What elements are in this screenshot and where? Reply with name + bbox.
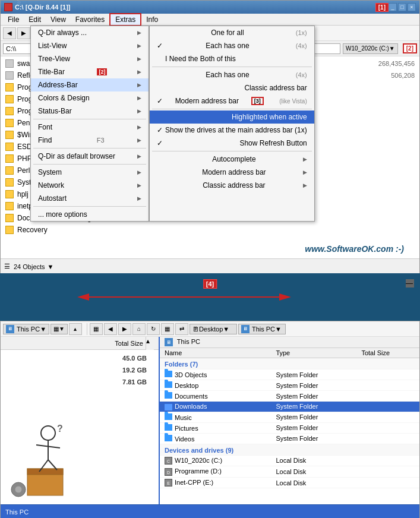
folder-name: hplj (17, 190, 29, 198)
col-header-name[interactable]: 🖥 This PC (160, 337, 271, 348)
submenu-classic-addr-2[interactable]: Classic address bar (150, 179, 314, 192)
menu-font[interactable]: Font (31, 121, 149, 134)
arrows-diagram (65, 285, 362, 315)
menu-file[interactable]: File (3, 14, 24, 25)
forward-button[interactable]: ▶ (17, 27, 30, 39)
window-title: C:\ [Q-Dir 8.44 [1]] (15, 4, 373, 11)
table-row-downloads[interactable]: Downloads System Folder (160, 402, 419, 412)
maximize-button[interactable]: □ (398, 3, 406, 11)
submenu-modern-addr-2[interactable]: Modern address bar (150, 166, 314, 179)
menu-qdir-default[interactable]: Q-Dir as default browser (31, 150, 149, 163)
brand-watermark-top: www.SoftwareOK.com :-) (301, 243, 408, 255)
total-size-header: Total Size (115, 340, 143, 347)
menu-extras[interactable]: Extras (109, 13, 141, 26)
menu-edit[interactable]: Edit (24, 14, 46, 25)
file-type-desktop: System Folder (271, 380, 356, 391)
left-pane-addr[interactable]: 🖥 This PC ▼ (3, 324, 49, 334)
col-header-size[interactable] (356, 337, 419, 348)
left-scroll-up[interactable]: ▴ (146, 337, 154, 350)
file-size-documents (356, 391, 419, 402)
file-size-e (356, 477, 419, 488)
table-row-desktop[interactable]: Desktop System Folder (160, 380, 419, 391)
right-toolbar-home[interactable]: ⌂ (132, 323, 146, 335)
col-header-type[interactable] (271, 337, 356, 348)
right-toolbar-sync[interactable]: ⇄ (175, 323, 188, 335)
right-toolbar-view[interactable]: ▦ (161, 323, 174, 335)
table-row-c[interactable]: CW10_2020c (C:) Local Disk (160, 455, 419, 466)
menu-autostart[interactable]: Autostart (31, 192, 149, 205)
right-toolbar-btn1[interactable]: ▦ (90, 323, 103, 335)
right-toolbar-refresh[interactable]: ↻ (147, 323, 160, 335)
separator-1 (33, 119, 146, 119)
table-row-documents[interactable]: Documents System Folder (160, 391, 419, 402)
submenu-modern-address[interactable]: ✓ Modern address bar [3] (like Vista) (150, 94, 314, 108)
file-name-desktop: Desktop (160, 380, 271, 391)
right-addr-thispc[interactable]: 🖥 This PC ▼ (238, 324, 286, 334)
dropdown-overlay: Q-Dir always ... List-View Tree-View Tit… (30, 26, 315, 222)
bottom-status-bar: This PC (1, 504, 419, 518)
menu-qdir-always[interactable]: Q-Dir always ... (31, 26, 149, 39)
submenu-show-drives[interactable]: ✓ Show the drives at the main address ba… (150, 124, 314, 137)
col-size-label[interactable]: Total Size (356, 348, 419, 358)
submenu-one-for-all[interactable]: One for all (1x) (150, 26, 314, 39)
file-type-3d: System Folder (271, 369, 356, 380)
submenu-each-has-one-4x[interactable]: ✓ Each has one (4x) (150, 39, 314, 52)
menu-status-bar[interactable]: Status-Bar (31, 105, 149, 118)
size-entry-2: 19.2 GB (122, 367, 147, 374)
folder-icon (5, 190, 14, 198)
file-size-desktop (356, 380, 419, 391)
minimize-button[interactable]: _ (389, 3, 397, 11)
folder-icon (5, 214, 14, 222)
folder-name: ESD (17, 143, 32, 151)
menu-colors-design[interactable]: Colors & Design (31, 91, 149, 105)
menu-view[interactable]: View (46, 14, 71, 25)
file-name-pictures: Pictures (160, 422, 271, 433)
submenu-autocomplete[interactable]: Autocomplete (150, 153, 314, 166)
menu-tree-view[interactable]: Tree-View (31, 52, 149, 65)
file-size-music (356, 412, 419, 422)
table-row-d[interactable]: DProgramme (D:) Local Disk (160, 466, 419, 478)
menu-info[interactable]: Info (141, 14, 163, 25)
submenu-show-refresh[interactable]: ✓ Show Refresh Button (150, 137, 314, 150)
file-type-documents: System Folder (271, 391, 356, 402)
left-pane-scroll-up[interactable]: ▴ (69, 323, 82, 335)
table-row-videos[interactable]: Videos System Folder (160, 433, 419, 444)
svg-marker-1 (77, 293, 89, 301)
right-pane-content[interactable]: 🖥 This PC Name Type Total Size (160, 337, 419, 504)
submenu-highlighted-active[interactable]: Highlighted when active (150, 110, 314, 124)
col-type-label[interactable]: Type (271, 348, 356, 358)
submenu-need-both[interactable]: I Need the Both of this (150, 52, 242, 65)
minimize-btn-bottom[interactable]: — (406, 279, 414, 288)
table-row-3d[interactable]: 3D Objects System Folder (160, 369, 419, 380)
menu-find[interactable]: Find F3 (31, 134, 149, 147)
col-name-label[interactable]: Name (160, 348, 271, 358)
size-entry-1: 45.0 GB (122, 355, 147, 362)
folder-icon (5, 119, 14, 127)
menu-system[interactable]: System (31, 166, 149, 179)
back-button[interactable]: ◀ (3, 27, 16, 39)
left-pane-header-row: Total Size ▴ (1, 337, 159, 350)
right-toolbar-fwd[interactable]: ▶ (118, 323, 131, 335)
right-addr-desktop[interactable]: 🖹 Desktop ▼ (190, 324, 237, 334)
address-dropdown[interactable]: W10_2020c (C:)▼ (343, 43, 398, 54)
right-toolbar-back[interactable]: ◀ (104, 323, 117, 335)
table-row-music[interactable]: Music System Folder (160, 412, 419, 422)
file-name-documents: Documents (160, 391, 271, 402)
menu-favorites[interactable]: Favorites (71, 14, 109, 25)
table-row-e[interactable]: EInet-CPP (E:) Local Disk (160, 477, 419, 488)
status-dropdown[interactable]: ▼ (48, 263, 54, 270)
menu-more-options[interactable]: ... more options (31, 208, 149, 221)
left-pane-view-btn[interactable]: ▦▼ (50, 324, 68, 334)
close-button[interactable]: × (408, 3, 416, 11)
table-row-pictures[interactable]: Pictures System Folder (160, 422, 419, 433)
this-pc-icon-left: 🖥 (6, 325, 14, 333)
submenu-classic-address[interactable]: Classic address bar (150, 81, 314, 94)
submenu-each-has-one-2[interactable]: Each has one (4x) (150, 68, 314, 81)
menu-list-view[interactable]: List-View (31, 39, 149, 52)
menu-network[interactable]: Network (31, 179, 149, 192)
file-item-recovery[interactable]: Recovery (1, 224, 419, 236)
label-3-inline: [3] (251, 97, 264, 105)
drive-e-icon: E (165, 479, 172, 487)
menu-address-bar[interactable]: Address-Bar (31, 78, 149, 91)
menu-title-bar[interactable]: Title-Bar [2] (31, 65, 149, 78)
